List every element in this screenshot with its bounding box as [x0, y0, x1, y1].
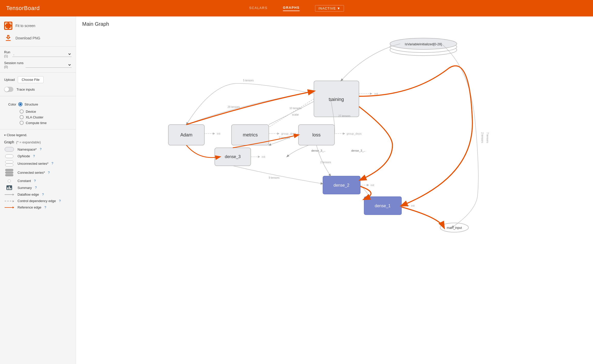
legend-constant-label: Constant	[18, 179, 31, 183]
color-section: Color Structure Device XLA Cluster Compu…	[0, 98, 76, 127]
legend-graph-sub: (* = expandable)	[16, 140, 41, 144]
graph-svg: IsVariableInitialized[0-28] training ini…	[76, 16, 593, 364]
reference-shape	[5, 207, 14, 208]
run-row: Run (1) .	[0, 49, 76, 59]
legend-constant: Constant ?	[4, 178, 72, 184]
opnode-shape	[5, 154, 13, 158]
svg-text:dense_3: dense_3	[225, 154, 241, 159]
legend-summary-help[interactable]: ?	[35, 186, 37, 189]
svg-text:group_deps: group_deps	[347, 132, 362, 135]
trace-inputs-label: Trace inputs	[16, 88, 35, 91]
svg-text:scalar: scalar	[292, 113, 299, 116]
legend-reference-help[interactable]: ?	[45, 206, 46, 209]
choose-file-button[interactable]: Choose File	[18, 76, 43, 83]
run-label: Run	[4, 50, 10, 54]
legend-reference-label: Reference edge	[18, 205, 41, 209]
color-device-radio[interactable]	[20, 109, 24, 114]
nav-inactive[interactable]: INACTIVE ▼	[315, 5, 344, 12]
legend-constant-help[interactable]: ?	[34, 179, 36, 183]
color-structure-radio[interactable]	[18, 102, 22, 106]
sidebar: Fit to screen Download PNG Run (1) .	[0, 16, 76, 364]
color-compute-radio[interactable]	[20, 121, 24, 125]
legend-summary-label: Summary	[18, 186, 32, 190]
control-shape-container	[4, 201, 14, 201]
dataflow-shape-container	[4, 194, 14, 195]
legend-unconnected: Unconnected series* ?	[4, 159, 72, 168]
connected-shape-container	[4, 169, 14, 176]
legend-namespace-label: Namespace*	[18, 148, 37, 151]
graph-area[interactable]: IsVariableInitialized[0-28] training ini…	[76, 16, 593, 364]
divider-1	[0, 46, 76, 47]
trace-inputs-toggle[interactable]	[4, 87, 13, 92]
legend-close-label: Close legend.	[7, 133, 27, 137]
upload-label: Upload	[4, 78, 15, 82]
legend-summary: Summary ?	[4, 184, 72, 191]
svg-text:9 tensors: 9 tensors	[269, 176, 279, 179]
legend-namespace: Namespace* ?	[4, 146, 72, 153]
legend-unconnected-help[interactable]: ?	[52, 162, 53, 165]
svg-text:10 tensors: 10 tensors	[290, 107, 302, 110]
svg-text:main_input: main_input	[447, 226, 462, 230]
constant-shape	[8, 179, 11, 183]
legend-opnode: OpNode ?	[4, 153, 72, 159]
run-select[interactable]: .	[12, 51, 72, 57]
nav-graphs[interactable]: GRAPHS	[283, 6, 300, 11]
legend-opnode-label: OpNode	[18, 154, 30, 158]
color-compute-row: Compute time	[4, 120, 72, 126]
color-structure-row: Structure	[18, 101, 38, 107]
divider-2	[0, 72, 76, 73]
fit-to-screen-row[interactable]: Fit to screen	[0, 20, 76, 32]
dataflow-shape	[5, 194, 14, 195]
namespace-shape	[4, 147, 14, 152]
divider-3	[0, 96, 76, 96]
legend-reference: Reference edge ?	[4, 204, 72, 211]
svg-text:5 tensors: 5 tensors	[243, 79, 254, 82]
legend-namespace-help[interactable]: ?	[40, 148, 41, 151]
constant-shape-container	[4, 179, 14, 183]
svg-text:2 tensors: 2 tensors	[481, 132, 484, 143]
svg-text:dense_3_..: dense_3_..	[351, 149, 365, 152]
color-label: Color	[8, 102, 16, 106]
download-icon	[4, 34, 12, 42]
svg-text:IsVariableInitialized[0-28]: IsVariableInitialized[0-28]	[405, 42, 442, 46]
fit-to-screen-label[interactable]: Fit to screen	[15, 24, 35, 28]
legend-dataflow-help[interactable]: ?	[42, 193, 44, 196]
radio-inner	[19, 103, 21, 105]
svg-text:loss: loss	[312, 132, 320, 137]
legend-unconnected-label: Unconnected series*	[18, 162, 48, 166]
legend-control: Control dependency edge ?	[4, 198, 72, 204]
upload-row: Upload Choose File	[0, 75, 76, 85]
main-nav: SCALARS GRAPHS INACTIVE ▼	[249, 5, 344, 12]
legend-opnode-help[interactable]: ?	[33, 154, 35, 158]
svg-text:init: init	[371, 184, 374, 187]
fit-screen-icon	[4, 22, 12, 30]
main-content: Main Graph IsVariab	[76, 16, 593, 364]
color-xla-label: XLA Cluster	[26, 115, 44, 119]
session-runs-select[interactable]	[26, 62, 72, 68]
svg-text:29 tensors: 29 tensors	[228, 106, 240, 108]
session-runs-row: Session runs (0)	[0, 59, 76, 70]
connected-shape	[5, 169, 13, 176]
run-count: (1)	[4, 54, 8, 58]
legend-connected-help[interactable]: ?	[48, 171, 50, 175]
download-png-row[interactable]: Download PNG	[0, 32, 76, 44]
svg-text:7 tensors: 7 tensors	[486, 132, 489, 143]
svg-text:init: init	[262, 155, 265, 158]
svg-text:metrics: metrics	[243, 132, 258, 137]
legend-section: Graph (* = expandable) Namespace* ? OpNo…	[0, 138, 76, 212]
legend-connected: Connected series* ?	[4, 168, 72, 178]
color-compute-label: Compute time	[26, 121, 47, 125]
svg-text:2 tensors: 2 tensors	[320, 161, 331, 164]
legend-control-help[interactable]: ?	[59, 199, 61, 203]
divider-4	[0, 129, 76, 129]
unconnected-shape	[5, 161, 13, 166]
legend-connected-label: Connected series*	[18, 171, 45, 175]
reference-shape-container	[4, 207, 14, 208]
legend-dataflow: Dataflow edge ?	[4, 191, 72, 198]
summary-shape	[6, 185, 12, 190]
legend-header[interactable]: ▾ Close legend.	[0, 132, 76, 138]
color-xla-radio[interactable]	[20, 115, 24, 119]
nav-scalars[interactable]: SCALARS	[249, 6, 267, 11]
download-png-label[interactable]: Download PNG	[15, 36, 40, 40]
svg-text:27 tensors: 27 tensors	[338, 115, 351, 117]
